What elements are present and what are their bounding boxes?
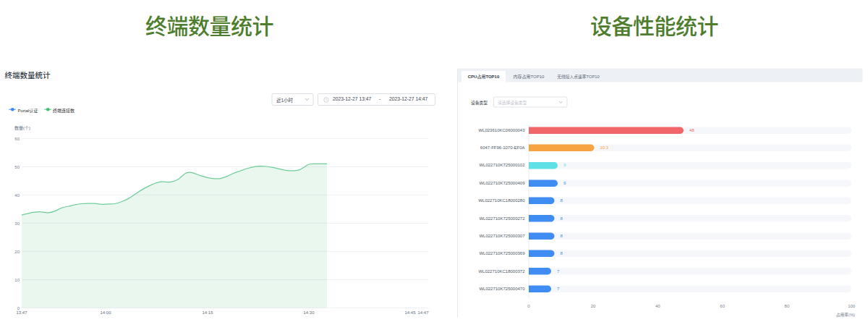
svg-text:20: 20: [14, 250, 20, 254]
svg-text:0: 0: [17, 306, 20, 310]
svg-text:14:45: 14:45: [404, 310, 416, 315]
svg-text:14:00: 14:00: [100, 310, 111, 315]
svg-text:40: 40: [14, 193, 20, 198]
svg-text:10: 10: [14, 278, 20, 282]
svg-text:14:30: 14:30: [303, 310, 315, 315]
svg-text:13:47: 13:47: [16, 310, 27, 315]
svg-text:60: 60: [14, 137, 20, 141]
svg-text:30: 30: [14, 221, 20, 226]
svg-text:50: 50: [14, 165, 20, 169]
svg-text:14:47: 14:47: [417, 310, 429, 315]
svg-text:14:15: 14:15: [202, 310, 213, 315]
